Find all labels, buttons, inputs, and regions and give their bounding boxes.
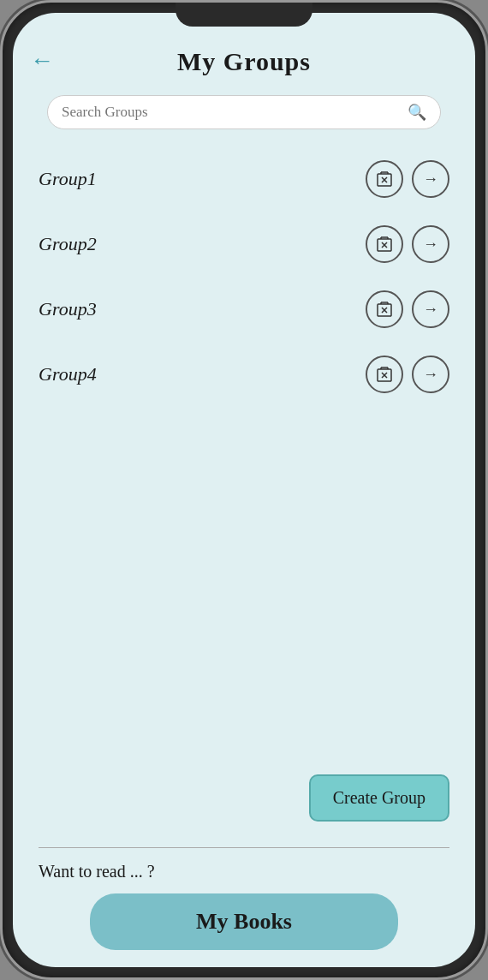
delete-icon xyxy=(376,170,393,188)
back-arrow-icon: ← xyxy=(30,49,54,73)
bottom-section: Create Group Want to read ... ? My Books xyxy=(13,774,475,968)
group-name: Group1 xyxy=(39,168,97,190)
delete-group-2-button[interactable] xyxy=(366,225,403,263)
delete-icon xyxy=(376,301,393,318)
delete-icon xyxy=(376,236,393,253)
group-name: Group2 xyxy=(39,233,97,255)
group-item: Group3 xyxy=(39,277,449,342)
group-name: Group4 xyxy=(39,363,97,385)
arrow-right-icon: → xyxy=(423,301,438,319)
my-books-button[interactable]: My Books xyxy=(90,893,398,950)
phone-frame: ← My Groups 🔍 Group1 xyxy=(0,0,488,980)
search-bar: 🔍 xyxy=(47,95,441,129)
arrow-right-icon: → xyxy=(423,366,438,384)
screen-content: ← My Groups 🔍 Group1 xyxy=(13,13,475,967)
phone-screen: ← My Groups 🔍 Group1 xyxy=(13,13,475,967)
divider xyxy=(39,847,449,849)
group-name: Group3 xyxy=(39,298,97,320)
search-input[interactable] xyxy=(62,104,402,121)
group-actions: → xyxy=(366,290,449,328)
navigate-group-2-button[interactable]: → xyxy=(412,225,449,263)
arrow-right-icon: → xyxy=(423,236,438,254)
groups-list: Group1 xyxy=(13,146,475,774)
group-actions: → xyxy=(366,160,449,198)
group-actions: → xyxy=(366,225,449,263)
navigate-group-3-button[interactable]: → xyxy=(412,290,449,328)
navigate-group-1-button[interactable]: → xyxy=(412,160,449,198)
page-title: My Groups xyxy=(177,47,311,75)
group-actions: → xyxy=(366,356,449,393)
search-icon: 🔍 xyxy=(408,103,426,122)
delete-icon xyxy=(376,366,393,383)
delete-group-1-button[interactable] xyxy=(366,160,403,198)
delete-group-3-button[interactable] xyxy=(366,290,403,328)
group-item: Group2 xyxy=(39,212,449,277)
navigate-group-4-button[interactable]: → xyxy=(412,356,449,393)
delete-group-4-button[interactable] xyxy=(366,356,403,393)
back-button[interactable]: ← xyxy=(30,49,54,73)
notch xyxy=(176,3,312,27)
arrow-right-icon: → xyxy=(423,170,438,188)
group-item: Group4 xyxy=(39,342,449,407)
search-container: 🔍 xyxy=(13,85,475,146)
create-group-row: Create Group xyxy=(39,774,449,839)
want-to-read-text: Want to read ... ? xyxy=(39,862,449,881)
group-item: Group1 xyxy=(39,146,449,212)
create-group-button[interactable]: Create Group xyxy=(309,774,449,822)
